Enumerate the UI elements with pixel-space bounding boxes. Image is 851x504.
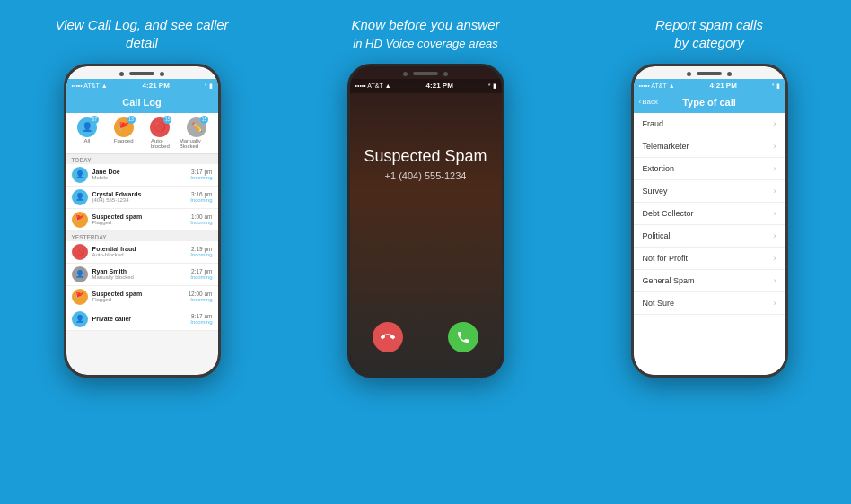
- call-sub-6: Flagged: [92, 297, 189, 302]
- call-item-6[interactable]: 🚩 Suspected spam Flagged 12:00 am Incomi…: [66, 286, 218, 308]
- status-left-3: ••••• AT&T ▲: [639, 83, 675, 89]
- call-info-3: Suspected spam Flagged: [92, 213, 191, 225]
- section-today: TODAY: [66, 154, 218, 164]
- speaker-1: [129, 72, 154, 75]
- decline-icon: [381, 330, 395, 344]
- wifi-icon: ▲: [101, 83, 108, 89]
- status-bar-2: ••••• AT&T ▲ 4:21 PM * ▮: [350, 79, 502, 93]
- bt-icon-2: *: [488, 83, 491, 89]
- type-item-fraud[interactable]: Fraud ›: [634, 113, 785, 135]
- chevron-survey: ›: [774, 187, 776, 196]
- time-text-5: 2:17 pm: [190, 268, 212, 274]
- type-item-extortion[interactable]: Extortion ›: [634, 158, 785, 180]
- tab-all-icon: 👤67: [77, 117, 97, 137]
- phone-2: ••••• AT&T ▲ 4:21 PM * ▮ Suspected Spam …: [347, 64, 504, 378]
- type-item-survey[interactable]: Survey ›: [634, 180, 785, 203]
- call-item-2[interactable]: 👤 Crystal Edwards (404) 555-1234 3:16 pm…: [66, 187, 218, 209]
- call-item-3[interactable]: 🚩 Suspected spam Flagged 1:00 am Incomin…: [66, 209, 218, 231]
- call-item-7[interactable]: 👤 Private caller 8:17 am Incoming: [66, 308, 218, 331]
- tab-auto-icon: 🚫15: [150, 117, 170, 137]
- call-info-2: Crystal Edwards (404) 555-1234: [92, 191, 191, 203]
- tab-all[interactable]: 👤67 All: [70, 117, 105, 149]
- wifi-3: ▲: [669, 83, 675, 89]
- phone-3: ••••• AT&T ▲ 4:21 PM * ▮ ‹ Back: [631, 64, 788, 378]
- phone-inner-3: ••••• AT&T ▲ 4:21 PM * ▮ ‹ Back: [634, 66, 785, 375]
- tab-manualblocked[interactable]: ✏️15 Manually Blocked: [180, 117, 215, 149]
- status-right-1: * ▮: [205, 83, 213, 90]
- type-list: Fraud › Telemarketer › Extortion › Sur: [634, 113, 785, 375]
- status-bar-1: ••••• AT&T ▲ 4:21 PM * ▮: [66, 79, 218, 93]
- battery-icon: ▮: [209, 83, 213, 90]
- column-3: Report spam callsby category ••••• AT&T …: [567, 0, 851, 504]
- accept-button[interactable]: [448, 322, 478, 352]
- type-item-nonprofit[interactable]: Not for Profit ›: [634, 248, 785, 270]
- status-right-2: * ▮: [488, 83, 496, 90]
- caption-3: Report spam callsby category: [655, 16, 763, 53]
- call-sub-1: Mobile: [92, 175, 191, 180]
- time-text-3: 1:00 am: [190, 213, 212, 220]
- dir-4: Incoming: [190, 252, 212, 257]
- type-label-generalspam: General Spam: [643, 276, 695, 285]
- type-item-generalspam[interactable]: General Spam ›: [634, 270, 785, 292]
- front-camera-2b: [443, 72, 448, 76]
- type-of-call-header: ‹ Back Type of call: [634, 93, 785, 113]
- dir-6: Incoming: [188, 297, 212, 302]
- tab-all-badge: 67: [91, 116, 99, 124]
- dir-5: Incoming: [190, 274, 212, 280]
- call-sub-3: Flagged: [92, 220, 191, 225]
- type-of-call-screen: ••••• AT&T ▲ 4:21 PM * ▮ ‹ Back: [634, 66, 785, 375]
- type-label-political: Political: [643, 231, 671, 240]
- tab-autoblocked[interactable]: 🚫15 Auto-blocked: [143, 117, 178, 149]
- caption-2-sub: in HD Voice coverage areas: [353, 37, 497, 50]
- avatar-spam2: 🚩: [72, 289, 88, 305]
- phone-top-3: [687, 72, 732, 76]
- call-item-5[interactable]: 👤 Ryan Smith Manually blocked 2:17 pm In…: [66, 264, 218, 286]
- column-1: View Call Log, and see caller detail •••…: [0, 0, 284, 504]
- front-camera-1b: [160, 72, 164, 76]
- call-time-4: 2:19 pm Incoming: [190, 246, 212, 257]
- call-info-6: Suspected spam Flagged: [92, 291, 189, 302]
- tab-flagged[interactable]: 🚩13 Flagged: [106, 117, 141, 149]
- type-item-debt[interactable]: Debt Collector ›: [634, 203, 785, 225]
- call-item-1[interactable]: 👤 Jane Doe Mobile 3:17 pm Incoming: [66, 164, 218, 187]
- decline-button[interactable]: [373, 322, 403, 352]
- phone-inner-2: ••••• AT&T ▲ 4:21 PM * ▮ Suspected Spam …: [350, 66, 502, 375]
- call-content: ••••• AT&T ▲ 4:21 PM * ▮ Suspected Spam …: [350, 66, 502, 375]
- back-button[interactable]: ‹ Back: [639, 98, 658, 106]
- type-item-notsure[interactable]: Not Sure ›: [634, 292, 785, 315]
- tab-flagged-label: Flagged: [114, 138, 134, 143]
- call-time-7: 8:17 am Incoming: [190, 313, 212, 325]
- calllog-screen: ••••• AT&T ▲ 4:21 PM * ▮ Call Log: [66, 66, 218, 375]
- phone-1: ••••• AT&T ▲ 4:21 PM * ▮ Call Log: [64, 64, 221, 378]
- carrier-2: ••••• AT&T: [355, 83, 383, 89]
- calllog-header: Call Log: [66, 93, 218, 113]
- call-info-1: Jane Doe Mobile: [92, 169, 191, 180]
- front-camera-1: [119, 72, 124, 76]
- time-3: 4:21 PM: [710, 82, 737, 90]
- type-item-political[interactable]: Political ›: [634, 225, 785, 248]
- phone-top-1: [119, 72, 164, 76]
- type-label-telemarketer: Telemarketer: [643, 142, 689, 151]
- time-2: 4:21 PM: [426, 82, 453, 90]
- call-info-5: Ryan Smith Manually blocked: [92, 268, 191, 280]
- avatar-jane: 👤: [72, 167, 88, 183]
- type-label-fraud: Fraud: [643, 119, 664, 128]
- type-of-call-title: Type of call: [682, 97, 736, 108]
- caller-name: Suspected Spam: [364, 147, 487, 167]
- call-item-4[interactable]: 🚫 Potential fraud Auto-blocked 2:19 pm I…: [66, 241, 218, 264]
- tab-manual-icon: ✏️15: [187, 117, 206, 137]
- caption-2: Know before you answer in HD Voice cover…: [351, 16, 499, 53]
- calllog-title: Call Log: [74, 97, 211, 108]
- calllog-tabs: 👤67 All 🚩13 Flagged 🚫15: [66, 113, 218, 154]
- call-sub-2: (404) 555-1234: [92, 197, 191, 203]
- call-time-1: 3:17 pm Incoming: [190, 169, 212, 180]
- avatar-fraud: 🚫: [72, 244, 88, 260]
- type-item-telemarketer[interactable]: Telemarketer ›: [634, 135, 785, 158]
- call-name-7: Private caller: [92, 316, 191, 322]
- status-left-1: ••••• AT&T ▲: [72, 83, 108, 89]
- tab-auto-badge: 15: [163, 116, 171, 124]
- tab-flagged-icon: 🚩13: [114, 117, 134, 137]
- call-time-6: 12:00 am Incoming: [188, 291, 212, 302]
- caption-3-text: Report spam callsby category: [655, 17, 763, 50]
- call-buttons: [350, 322, 502, 352]
